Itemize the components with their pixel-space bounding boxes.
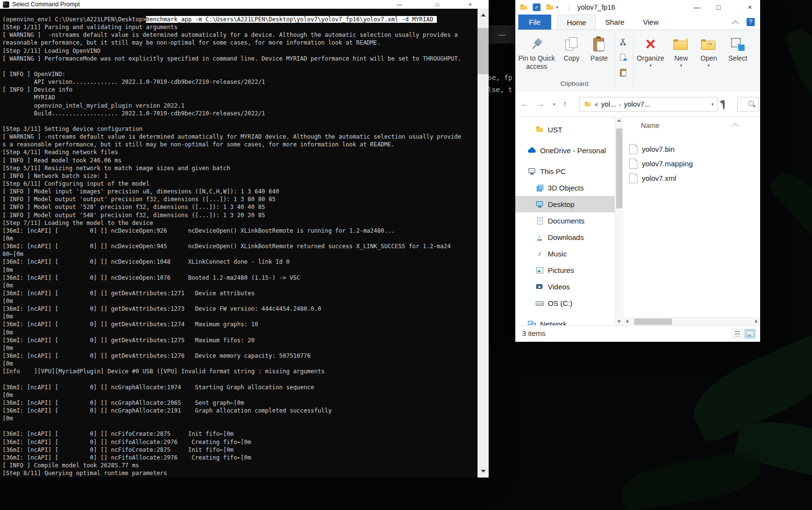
terminal-output-line: [36mI: [ncAPI] [ 0] [] ncFifoAllocate:29… — [2, 438, 478, 446]
file-row[interactable]: yolov7.bin — [623, 142, 760, 156]
sidebar-item-label: OneDrive - Personal — [540, 146, 606, 155]
properties-check-icon[interactable] — [533, 3, 541, 11]
sidebar-item[interactable]: Music — [515, 245, 615, 262]
large-icons-view-icon — [747, 331, 754, 337]
file-name: yolov7.mapping — [642, 159, 693, 168]
sidebar-item[interactable]: Pictures — [515, 262, 615, 278]
sidebar-item[interactable]: OS (C:) — [515, 295, 615, 311]
scrollbar-thumb[interactable] — [616, 128, 622, 208]
terminal-close-button[interactable]: × — [462, 0, 478, 9]
forward-button[interactable]: → — [535, 92, 546, 116]
breadcrumb-overflow-icon[interactable]: « — [594, 100, 598, 108]
help-icon[interactable]: ? — [747, 18, 755, 26]
terminal-scrollbar[interactable] — [478, 9, 489, 478]
recent-locations-dropdown-icon[interactable]: ▾ — [548, 92, 560, 116]
explorer-window-title: yolov7_fp16 — [577, 3, 615, 11]
new-folder-icon[interactable] — [546, 3, 554, 11]
sidebar-item[interactable]: UST — [515, 121, 615, 138]
sidebar-item[interactable]: Downloads — [515, 229, 615, 245]
back-button[interactable]: ← — [519, 92, 531, 116]
sidebar-item[interactable]: Documents — [515, 212, 615, 229]
terminal-minimize-button[interactable]: — — [392, 0, 407, 9]
desktop: — se, fp lse, t Select Command Prompt — … — [0, 0, 812, 510]
refresh-button[interactable] — [723, 100, 725, 109]
explorer-minimize-button[interactable]: — — [689, 0, 705, 15]
sidebar-item[interactable]: This PC — [515, 163, 615, 179]
file-row[interactable]: yolov7.mapping — [623, 156, 760, 171]
sidebar-item-label: This PC — [540, 167, 566, 175]
terminal-scrollbar-down-button[interactable] — [478, 467, 489, 476]
collapse-ribbon-icon[interactable] — [732, 20, 739, 27]
terminal-output-line: [0m — [2, 391, 478, 399]
copy-path-button[interactable] — [617, 51, 629, 63]
file-list-horizontal-scrollbar[interactable] — [623, 317, 760, 326]
ribbon-tab[interactable]: Home — [557, 15, 596, 30]
terminal-output-line: [36mI: [ncAPI] [ 0] [] getDevAttributes:… — [2, 289, 478, 297]
terminal-output-line: [Step 5/11] Resizing network to match im… — [2, 164, 478, 172]
terminal-output-line: s a reasonable performance, but it still… — [2, 141, 478, 148]
ribbon-tab[interactable]: Share — [596, 15, 634, 30]
terminal-scrollbar-up-button[interactable] — [478, 11, 489, 19]
sidebar-item[interactable]: Network — [515, 316, 615, 326]
ribbon-tab[interactable]: File — [518, 15, 551, 30]
sidebar-item[interactable]: Videos — [515, 278, 615, 295]
sidebar-item[interactable]: OneDrive - Personal — [515, 142, 615, 159]
new-dropdown-icon: ▾ — [680, 63, 683, 68]
terminal-output: (openvino_env) C:\Users\A221LPEN\Desktop… — [0, 9, 478, 478]
scrollbar-thumb[interactable] — [634, 319, 672, 325]
terminal-output-line: [36mI: [ncAPI] [ 0] [] ncDeviceOpen:926 … — [2, 227, 478, 235]
terminal-output-line: openvino_intel_myriad_plugin version 202… — [2, 102, 478, 110]
select-items-icon — [731, 38, 745, 51]
scroll-right-icon[interactable] — [755, 319, 758, 323]
select-button[interactable]: Select — [724, 35, 752, 63]
sidebar-item[interactable]: 3D Objects — [515, 179, 615, 196]
paste-button[interactable]: Paste — [586, 35, 612, 63]
search-input[interactable] — [737, 97, 759, 112]
up-one-level-button[interactable]: ↑ — [559, 92, 571, 116]
pin-to-quick-access-button[interactable]: Pin to Quick access — [516, 35, 557, 71]
terminal-output-line: [Info ][VPU][MyriadPlugin] Device #0 USB… — [2, 367, 478, 375]
terminal-titlebar[interactable]: Select Command Prompt — □ × — [0, 0, 489, 9]
new-label: New — [674, 54, 688, 63]
terminal-output-line: [Step 1/11] Parsing and validating input… — [2, 23, 478, 31]
breadcrumb-segment[interactable]: yol... — [601, 100, 616, 108]
explorer-titlebar[interactable]: ▾ | yolov7_fp16 — □ × — [515, 0, 760, 15]
name-column-header[interactable]: Name — [641, 122, 660, 129]
terminal-output-line: [36mI: [ncAPI] [ 0] [] ncDeviceOpen:1076… — [2, 274, 478, 282]
explorer-maximize-button[interactable]: □ — [710, 0, 727, 15]
terminal-output-line: [ INFO ] Compile model took 26285.77 ms — [2, 462, 478, 469]
sidebar-item-label: UST — [548, 126, 562, 134]
explorer-close-button[interactable]: × — [742, 0, 758, 15]
terminal-title: Select Command Prompt — [12, 1, 80, 8]
navigation-pane: UST OneDrive - Personal This PC — [515, 116, 615, 326]
file-list-scroll-up-icon[interactable] — [732, 123, 738, 129]
file-explorer-window: ▾ | yolov7_fp16 — □ × File Home Share Vi… — [515, 0, 760, 342]
sidebar-item-label: Downloads — [548, 233, 584, 241]
new-button[interactable]: New ▾ — [669, 35, 694, 68]
address-bar[interactable]: « yol... › yolov7... ▾ — [579, 97, 718, 112]
terminal-scrollbar-thumb[interactable] — [478, 28, 489, 74]
scroll-up-icon[interactable] — [617, 119, 621, 122]
terminal-maximize-button[interactable]: □ — [430, 0, 445, 9]
scroll-left-icon[interactable] — [626, 319, 628, 323]
scroll-down-icon[interactable] — [617, 320, 621, 323]
address-dropdown-icon[interactable]: ▾ — [711, 102, 714, 107]
navigation-pane-scrollbar[interactable] — [615, 116, 623, 326]
ribbon-tab[interactable]: View — [634, 15, 668, 30]
copy-button[interactable]: Copy — [558, 35, 585, 63]
breadcrumb-segment[interactable]: yolov7... — [624, 100, 650, 108]
sidebar-item-icon — [536, 217, 543, 224]
organize-button[interactable]: Organize ▾ — [635, 35, 667, 68]
sidebar-item[interactable]: Desktop — [515, 196, 615, 212]
details-view-button[interactable] — [732, 329, 743, 338]
file-row[interactable]: yolov7.xml — [623, 171, 760, 185]
customize-toolbar-chevron-icon[interactable]: ▾ — [556, 5, 558, 10]
explorer-app-icon — [520, 3, 527, 11]
background-window-minimize-button[interactable]: — — [489, 25, 515, 44]
paste-shortcut-button[interactable] — [617, 67, 629, 79]
file-icon — [629, 159, 637, 169]
cut-button[interactable] — [617, 36, 629, 48]
terminal-output-line: [Step 7/11] Loading the model to the dev… — [2, 219, 478, 227]
open-button[interactable]: Open ▾ — [696, 35, 722, 68]
large-icons-view-button[interactable] — [745, 329, 755, 338]
